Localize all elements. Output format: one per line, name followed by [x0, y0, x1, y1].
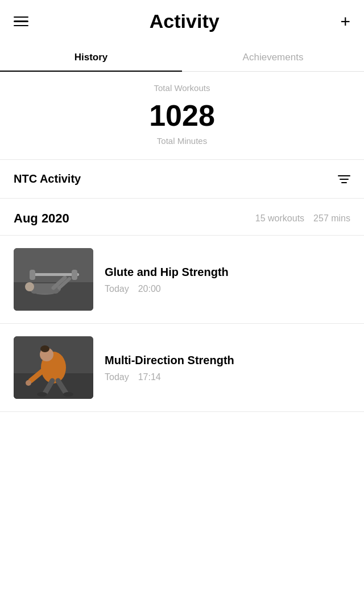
list-item[interactable]: Multi-Direction Strength Today 17:14	[0, 324, 364, 412]
total-minutes-label: Total Minutes	[14, 136, 350, 146]
section-title: NTC Activity	[14, 172, 81, 185]
workout-day: Today	[105, 284, 129, 294]
add-icon[interactable]: +	[340, 13, 350, 30]
month-title: Aug 2020	[14, 211, 69, 226]
workout-day: Today	[105, 372, 129, 382]
workout-time: 17:14	[138, 372, 161, 382]
month-workouts-count: 15 workouts	[255, 213, 304, 224]
workout-info: Glute and Hip Strength Today 20:00	[105, 265, 350, 294]
svg-point-19	[37, 392, 47, 397]
section-header: NTC Activity	[0, 160, 364, 199]
workout-meta: Today 17:14	[105, 372, 350, 382]
workout-time: 20:00	[138, 284, 161, 294]
workout-info: Multi-Direction Strength Today 17:14	[105, 353, 350, 382]
page-title: Activity	[150, 10, 220, 32]
workout-name: Multi-Direction Strength	[105, 353, 350, 368]
menu-icon[interactable]	[14, 17, 28, 27]
month-header: Aug 2020 15 workouts 257 mins	[0, 199, 364, 236]
workout-thumbnail	[14, 248, 93, 311]
app-header: Activity +	[0, 0, 364, 43]
tab-bar: History Achievements	[0, 43, 364, 72]
total-minutes-number: 1028	[14, 101, 350, 130]
tab-achievements[interactable]: Achievements	[182, 43, 364, 71]
workout-meta: Today 20:00	[105, 284, 350, 294]
tab-history[interactable]: History	[0, 43, 182, 71]
workout-name: Glute and Hip Strength	[105, 265, 350, 279]
total-workouts-label: Total Workouts	[14, 83, 350, 93]
list-item[interactable]: Glute and Hip Strength Today 20:00	[0, 236, 364, 324]
filter-icon[interactable]	[338, 175, 350, 183]
svg-point-16	[26, 380, 31, 386]
workout-list: Glute and Hip Strength Today 20:00	[0, 236, 364, 412]
workout-thumbnail	[14, 336, 93, 399]
month-stats: 15 workouts 257 mins	[255, 213, 350, 224]
month-mins-count: 257 mins	[313, 213, 350, 224]
svg-rect-9	[72, 270, 77, 280]
svg-point-14	[40, 345, 49, 352]
stats-section: Total Workouts 1028 Total Minutes	[0, 72, 364, 160]
svg-rect-8	[30, 270, 35, 280]
svg-point-20	[63, 392, 73, 397]
svg-point-4	[25, 282, 34, 291]
